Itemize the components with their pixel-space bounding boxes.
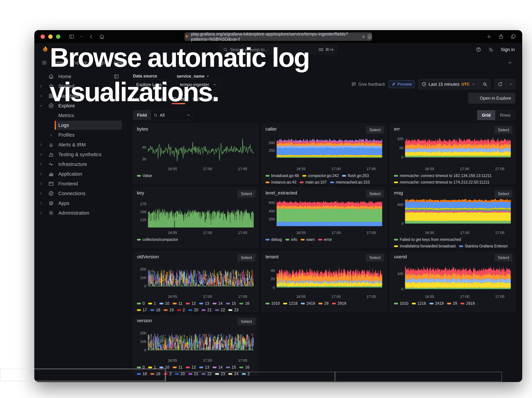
sidebar-item-profiles[interactable]: Profiles — [34, 130, 125, 140]
zoom-out-time-button[interactable] — [479, 79, 491, 89]
chevron-right-icon[interactable] — [39, 162, 43, 166]
open-in-explore-button[interactable]: Open in Explore — [468, 93, 515, 104]
chevron-right-icon[interactable] — [39, 84, 43, 88]
legend-item[interactable]: memcached.go:153 — [330, 180, 370, 184]
legend-item[interactable]: 11 — [173, 365, 183, 370]
chart-canvas[interactable] — [277, 261, 382, 294]
legend-item[interactable]: Failed to get keys from memcached — [394, 237, 461, 242]
chevron-right-icon[interactable] — [39, 172, 43, 176]
legend-item[interactable]: 23 — [215, 372, 225, 376]
give-feedback-link[interactable]: Give feedback — [351, 82, 385, 87]
zoom-window-button[interactable] — [56, 34, 60, 39]
legend-item[interactable]: broadcast.go:48 — [266, 174, 299, 178]
sidebar-item-logs[interactable]: Logs — [34, 120, 125, 130]
refresh-interval-dropdown[interactable] — [507, 79, 515, 89]
legend-item[interactable]: 1010 — [266, 301, 280, 306]
grafana-logo[interactable] — [41, 46, 49, 54]
legend-item[interactable]: 11 — [173, 301, 183, 306]
browser-sidebar-toggle-icon[interactable] — [69, 34, 75, 39]
grid-view-button[interactable]: Grid — [477, 110, 495, 120]
legend-item[interactable]: 13 — [199, 365, 209, 370]
legend-item[interactable]: 19 — [164, 308, 174, 312]
legend-item[interactable]: 2 — [164, 372, 171, 376]
legend-item[interactable]: 21 — [202, 308, 212, 312]
sidebar-item-testing-synthetics[interactable]: Testing & synthetics — [34, 149, 125, 159]
new-tab-icon[interactable] — [486, 34, 492, 39]
legend-item[interactable]: 1010 — [394, 301, 408, 306]
refresh-picker[interactable] — [494, 79, 515, 89]
legend-item[interactable]: instance.go:43 — [266, 180, 297, 184]
chevron-right-icon[interactable] — [39, 143, 43, 147]
chart-canvas[interactable] — [405, 197, 511, 230]
legend-item[interactable]: 15 — [226, 365, 236, 370]
legend-item[interactable]: 15 — [226, 301, 236, 306]
legend-item[interactable]: memcache: connect timeout to 162.134.158… — [394, 174, 492, 178]
sidebar-item-administration[interactable]: Administration — [34, 208, 125, 218]
legend-item[interactable]: warn — [301, 237, 315, 242]
legend-item[interactable]: 14 — [213, 365, 223, 370]
legend-item[interactable]: Value — [137, 174, 152, 178]
share-icon[interactable] — [498, 34, 504, 39]
back-icon[interactable] — [88, 34, 94, 39]
time-picker[interactable]: Last 15 minutes UTC — [418, 79, 491, 89]
chart-canvas[interactable] — [405, 261, 511, 294]
legend-item[interactable]: 2 — [242, 372, 250, 376]
chart-canvas[interactable] — [277, 133, 382, 166]
legend-item[interactable]: memcache: connect timeout to 174.213.22.… — [394, 180, 489, 184]
sidebar-item-application[interactable]: Application — [34, 169, 125, 179]
legend-item[interactable]: 10 — [159, 301, 170, 306]
chart-canvas[interactable] — [148, 197, 254, 230]
legend-item[interactable]: 1 — [148, 301, 156, 306]
legend-item[interactable]: 2419 — [430, 301, 444, 306]
legend-item[interactable]: 24 — [228, 372, 238, 376]
sidebar-item-metrics[interactable]: Metrics — [34, 111, 125, 120]
menu-toggle-icon[interactable] — [42, 60, 47, 66]
news-icon[interactable] — [488, 47, 494, 52]
minimize-window-button[interactable] — [48, 34, 53, 39]
legend-item[interactable]: 1218 — [412, 301, 426, 306]
legend-item[interactable]: 0 — [137, 365, 145, 370]
legend-item[interactable]: 12 — [186, 301, 196, 306]
legend-item[interactable]: 16 — [239, 365, 249, 370]
legend-item[interactable]: 20 — [188, 308, 198, 312]
legend-item[interactable]: 21 — [188, 372, 198, 376]
legend-item[interactable]: 2919 — [332, 301, 346, 306]
legend-item[interactable]: 10 — [159, 365, 170, 370]
legend-item[interactable]: 2419 — [301, 301, 315, 306]
rows-view-button[interactable]: Rows — [495, 110, 515, 120]
legend-item[interactable]: 1218 — [283, 301, 298, 306]
legend-item[interactable]: error — [318, 237, 332, 242]
legend-item[interactable]: 0 — [137, 301, 145, 306]
legend-item[interactable]: Invalidating forwarded broadcast — [394, 244, 456, 248]
field-filter-select[interactable]: All — [151, 110, 194, 120]
chart-canvas[interactable] — [148, 325, 254, 358]
sidebar-item-apps[interactable]: Apps — [34, 198, 125, 208]
chevron-right-icon[interactable] — [39, 181, 43, 186]
chart-canvas[interactable] — [405, 133, 511, 166]
collapse-header-icon[interactable] — [507, 60, 513, 65]
chevron-right-icon[interactable] — [39, 201, 43, 205]
legend-item[interactable]: 29 — [447, 301, 457, 306]
sign-in-link[interactable]: Sign in — [501, 47, 515, 52]
sidebar-item-alerts-irm[interactable]: Alerts & IRM — [34, 140, 125, 149]
legend-item[interactable]: 1 — [148, 365, 156, 370]
chevron-right-icon[interactable] — [39, 211, 43, 215]
browser-home-icon[interactable] — [99, 34, 105, 39]
legend-item[interactable]: debug — [266, 237, 282, 242]
chevron-right-icon[interactable] — [39, 191, 43, 196]
legend-item[interactable]: 17 — [137, 308, 147, 312]
legend-item[interactable]: 12 — [186, 365, 196, 370]
legend-item[interactable]: 22 — [202, 372, 212, 376]
legend-item[interactable]: 16 — [239, 301, 249, 306]
legend-item[interactable]: 2 — [177, 308, 185, 312]
sidebar-item-frontend[interactable]: Frontend — [34, 179, 125, 189]
legend-item[interactable]: 13 — [199, 301, 209, 306]
chevron-down-icon[interactable] — [39, 104, 43, 108]
chevron-right-icon[interactable] — [39, 94, 43, 98]
legend-item[interactable]: 18 — [137, 372, 147, 376]
legend-item[interactable]: 14 — [213, 301, 223, 306]
refresh-button[interactable] — [494, 79, 506, 89]
chevron-right-icon[interactable] — [49, 133, 53, 137]
legend-item[interactable]: 19 — [150, 372, 160, 376]
legend-item[interactable]: 20 — [175, 372, 185, 376]
